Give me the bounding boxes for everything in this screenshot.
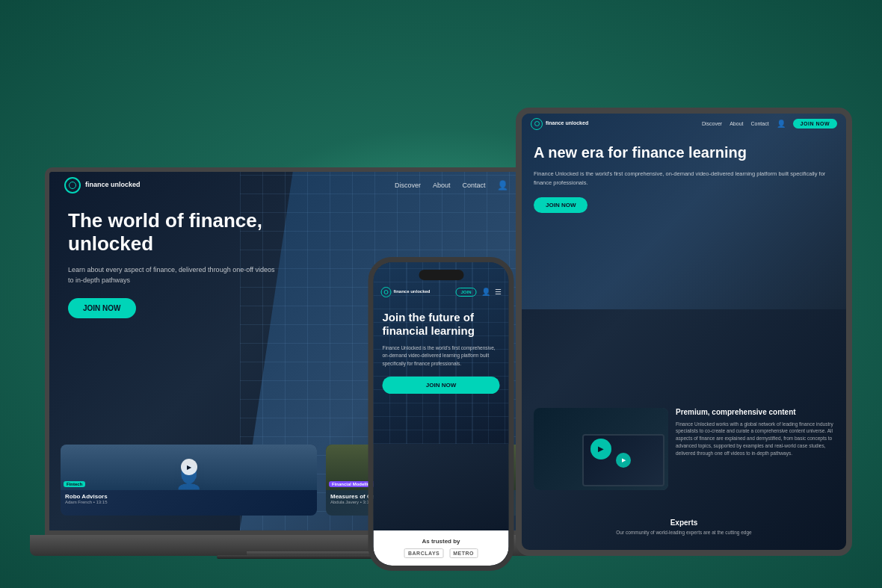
laptop-hero-subtitle: Learn about every aspect of finance, del… xyxy=(68,264,277,286)
laptop-logo: finance unlocked xyxy=(64,177,141,194)
phone-device: finance unlocked JOIN 👤 ☰ Join the futur… xyxy=(368,257,514,571)
tablet-hero-title: A new era for finance learning xyxy=(534,143,834,162)
tablet-nav-discover[interactable]: Discover xyxy=(702,121,722,126)
tablet-logo-text: finance unlocked xyxy=(546,120,588,126)
tablet-premium-text: Finance Unlocked works with a global net… xyxy=(676,421,834,457)
card-1-play-button[interactable]: ▶ xyxy=(181,459,197,475)
card-1-thumbnail: ▶ Fintech xyxy=(61,445,317,491)
phone-nav-right: JOIN 👤 ☰ xyxy=(455,288,501,297)
laptop-hero-title: The world of finance, unlocked xyxy=(68,209,277,256)
card-1-title: Robo Advisors xyxy=(65,493,312,500)
tablet-logo-icon xyxy=(531,118,543,130)
phone-notch xyxy=(419,270,463,280)
phone-trusted-logos: BARCLAYS METRO xyxy=(381,548,502,558)
tablet-hero-subtitle: Finance Unlocked is the world's first co… xyxy=(534,170,834,188)
phone-user-icon: 👤 xyxy=(481,288,490,296)
laptop-hero-join-button[interactable]: JOIN NOW xyxy=(68,298,136,318)
laptop-nav: finance unlocked Discover About Contact … xyxy=(49,172,593,199)
phone-nav: finance unlocked JOIN 👤 ☰ xyxy=(374,283,509,301)
phone-screen: finance unlocked JOIN 👤 ☰ Join the futur… xyxy=(374,262,509,566)
tablet-hero: A new era for finance learning Finance U… xyxy=(534,143,834,213)
tablet-hero-join-button[interactable]: JOIN NOW xyxy=(534,197,588,213)
phone-hero-join-button[interactable]: JOIN NOW xyxy=(383,377,500,394)
laptop-logo-text: finance unlocked xyxy=(85,181,141,189)
tablet-experts-text: Our community of world-leading experts a… xyxy=(534,530,834,535)
phone-logo-icon xyxy=(381,287,392,297)
card-1-author: Adam French • 13:15 xyxy=(65,500,312,504)
card-1-tag: Fintech xyxy=(64,481,85,487)
nav-about[interactable]: About xyxy=(433,182,451,189)
tablet-experts-section: Experts Our community of world-leading e… xyxy=(534,519,834,535)
phone-hero-subtitle: Finance Unlocked is the world's first co… xyxy=(383,344,500,368)
tablet-experts-title: Experts xyxy=(534,519,834,527)
phone-logo-text: finance unlocked xyxy=(394,289,431,294)
logo-icon xyxy=(64,177,81,194)
card-1-info: Robo Advisors Adam French • 13:15 xyxy=(61,490,317,507)
laptop-hero: The world of finance, unlocked Learn abo… xyxy=(68,209,277,318)
trusted-logo-2: METRO xyxy=(449,548,478,558)
tablet-screen: finance unlocked Discover About Contact … xyxy=(522,114,846,550)
phone-trusted-section: As trusted by BARCLAYS METRO xyxy=(374,530,509,566)
tablet-join-now-button[interactable]: JOIN NOW xyxy=(793,119,837,129)
laptop-card-1[interactable]: ▶ Fintech Robo Advisors Adam French • 13… xyxy=(61,445,317,516)
main-scene: finance unlocked Discover About Contact … xyxy=(30,18,852,571)
phone-hero: Join the future of financial learning Fi… xyxy=(383,311,500,394)
screen-preview-play: ▶ xyxy=(616,453,631,468)
laptop-screen-outer: finance unlocked Discover About Contact … xyxy=(45,167,598,535)
phone-trusted-label: As trusted by xyxy=(381,538,502,545)
tablet-nav: finance unlocked Discover About Contact … xyxy=(522,114,846,134)
nav-discover[interactable]: Discover xyxy=(395,182,421,189)
phone-hero-title: Join the future of financial learning xyxy=(383,311,500,339)
tablet-premium-title: Premium, comprehensive content xyxy=(676,408,834,416)
phone-logo: finance unlocked xyxy=(381,287,431,297)
tablet-video-thumbnail[interactable]: ▶ ▶ xyxy=(534,408,668,490)
phone-join-button-small[interactable]: JOIN xyxy=(455,288,476,297)
tablet-play-button[interactable]: ▶ xyxy=(590,439,611,459)
tablet-nav-contact[interactable]: Contact xyxy=(750,121,768,126)
tablet-nav-about[interactable]: About xyxy=(730,121,743,126)
tablet-content-section: ▶ ▶ Premium, comprehensive content Finan… xyxy=(534,408,834,490)
user-icon: 👤 xyxy=(497,180,508,191)
tablet-user-icon: 👤 xyxy=(777,120,786,128)
tablet-device: finance unlocked Discover About Contact … xyxy=(516,108,852,556)
tablet-premium-section: Premium, comprehensive content Finance U… xyxy=(676,408,834,457)
trusted-logo-1: BARCLAYS xyxy=(404,548,443,558)
tablet-logo: finance unlocked xyxy=(531,118,588,130)
phone-menu-icon[interactable]: ☰ xyxy=(495,288,502,296)
nav-contact[interactable]: Contact xyxy=(462,182,485,189)
tablet-nav-links: Discover About Contact 👤 JOIN NOW xyxy=(702,119,837,129)
